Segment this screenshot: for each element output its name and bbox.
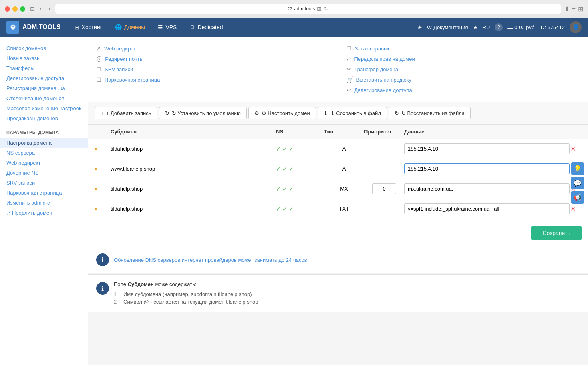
set-default-button[interactable]: ↻ ↻ Установить по умолчанию xyxy=(159,107,247,119)
row1-ns1-check: ✓ xyxy=(276,146,281,152)
help-title: Поле Субдомен може содержать: xyxy=(114,281,258,287)
sidebar-item-delegate[interactable]: Делегирование доступа xyxy=(0,73,88,83)
sidebar-item-web-redirect[interactable]: Web редирект xyxy=(0,158,88,168)
row3-drag-icon[interactable]: ▪ xyxy=(95,185,111,193)
close-button[interactable] xyxy=(5,6,10,12)
floating-idea-button[interactable]: 💡 xyxy=(571,162,584,175)
row2-ns1-check: ✓ xyxy=(276,166,281,172)
table-row: ▪ www.tildahelp.shop ✓ ✓ ✓ A — ✕ xyxy=(88,159,588,179)
row2-data-input[interactable] xyxy=(404,163,570,174)
row1-priority: — xyxy=(364,146,404,152)
logo[interactable]: ⚙ ADM.TOOLS xyxy=(6,21,61,34)
nav-item-vps[interactable]: ☰ VPS xyxy=(152,18,182,37)
col-data: Данные xyxy=(404,129,570,135)
wiki-link[interactable]: W Документация xyxy=(427,24,468,30)
row1-ns2-check: ✓ xyxy=(282,146,287,152)
link-mail-redirect[interactable]: @ Редирект почты xyxy=(96,54,330,64)
sidebar-item-child-ns[interactable]: Дочерние NS xyxy=(0,168,88,178)
row1-data-input[interactable] xyxy=(404,143,570,154)
sidebar-item-parking[interactable]: Парковочная страница xyxy=(0,188,88,198)
nav-item-hosting[interactable]: ⊞ Хостинг xyxy=(69,18,108,37)
list-item: 2 Символ @ - ссылается на текущий домен … xyxy=(114,298,258,306)
address-bar[interactable]: 🛡 adm.tools ⊞ ↻ xyxy=(55,4,561,14)
row4-delete-button[interactable]: ✕ xyxy=(570,204,576,213)
sidebar-toggle-icon[interactable]: ⊟ xyxy=(30,6,35,12)
help-list: 1 Имя субдомена (например, subdomain.til… xyxy=(114,290,258,306)
row1-type: A xyxy=(324,146,364,152)
floating-chat-button[interactable]: 💬 xyxy=(571,177,584,189)
sidebar-item-domain-settings[interactable]: Настройка домена xyxy=(0,138,88,148)
row3-priority xyxy=(364,183,404,194)
col-subdomain: Субдомен xyxy=(111,129,276,135)
user-id-label: ID: 675412 xyxy=(539,24,565,30)
row4-data-input[interactable] xyxy=(404,203,570,214)
maximize-button[interactable] xyxy=(20,6,25,12)
sidebar-item-track[interactable]: Отслеживание доменов xyxy=(0,93,88,103)
row4-drag-icon[interactable]: ▪ xyxy=(95,205,111,213)
link-delegate-access[interactable]: ↩ Делегирование доступа xyxy=(346,85,580,95)
link-parking[interactable]: ☐ Парковочная страница xyxy=(96,74,330,85)
save-button[interactable]: Сохранить xyxy=(531,226,582,240)
link-cert-order[interactable]: ☐ Заказ справки xyxy=(346,43,580,54)
help-button[interactable]: ? xyxy=(495,23,503,31)
wiki-label: Документация xyxy=(433,24,468,30)
balance-display[interactable]: ▬ 0.00 руб xyxy=(507,24,534,30)
sidebar-item-preorders[interactable]: Предзаказы доменов xyxy=(0,113,88,123)
link-transfer-rights[interactable]: ⇄ Передача прав на домен xyxy=(346,54,580,64)
tabs-icon[interactable]: ⊞ xyxy=(578,5,583,13)
link-srv[interactable]: ☐ SRV записи xyxy=(96,64,330,74)
table-row: ▪ tildahelp.shop ✓ ✓ ✓ TXT — ✕ xyxy=(88,199,588,219)
row1-delete-button[interactable]: ✕ xyxy=(570,144,576,153)
row2-drag-icon[interactable]: ▪ xyxy=(95,165,111,173)
row1-subdomain: tildahelp.shop xyxy=(111,146,276,152)
link-sell[interactable]: 🛒 Выставить на продажу xyxy=(346,74,580,85)
sidebar-item-ns-servers[interactable]: NS сервера xyxy=(0,148,88,158)
nav-item-dedicated[interactable]: 🖥 Dedicated xyxy=(184,18,228,37)
row3-data-input[interactable] xyxy=(404,183,570,194)
nav-item-domains[interactable]: 🌐 Домены xyxy=(109,18,151,37)
row2-data-cell xyxy=(404,163,570,174)
save-file-button[interactable]: ⬇ ⬇ Сохранить в файл xyxy=(318,107,387,119)
help-info-icon: ℹ xyxy=(96,282,109,295)
shield-icon: 🛡 xyxy=(287,6,292,12)
back-button[interactable]: ‹ xyxy=(38,4,43,13)
download-icon: ⬇ xyxy=(324,110,328,116)
sidebar-item-change-admin[interactable]: Изменить admin-c xyxy=(0,198,88,208)
restore-button[interactable]: ↻ ↻ Восстановить из файла xyxy=(389,107,471,119)
link-web-redirect[interactable]: ↗ Web редирект xyxy=(96,43,330,54)
lang-switcher[interactable]: RU xyxy=(483,24,490,30)
minimize-button[interactable] xyxy=(12,6,18,12)
nav-right: ☀ W Документация ★ RU ? ▬ 0.00 руб ID: 6… xyxy=(417,21,582,33)
sidebar-item-renew[interactable]: ↗ Продлить домен xyxy=(0,208,88,218)
new-tab-icon[interactable]: + xyxy=(572,5,576,13)
sidebar-item-mass-change[interactable]: Массовое изменение настроек xyxy=(0,103,88,113)
row1-ns-checks: ✓ ✓ ✓ xyxy=(276,146,324,152)
link-domain-transfer[interactable]: ✂ Трансфер домена xyxy=(346,64,580,74)
row3-priority-input[interactable] xyxy=(372,183,396,194)
sidebar-item-transfers[interactable]: Трансферы xyxy=(0,63,88,73)
floating-announce-button[interactable]: 📢 xyxy=(571,191,584,204)
add-record-button[interactable]: + + Добавить запись xyxy=(95,107,157,119)
row4-data-cell xyxy=(404,203,570,214)
share-icon[interactable]: ⬆ xyxy=(564,5,570,13)
row2-ns-checks: ✓ ✓ ✓ xyxy=(276,166,324,172)
favorites-button[interactable]: ★ xyxy=(473,24,478,30)
table-row: ▪ tildahelp.shop ✓ ✓ ✓ A — ✕ xyxy=(88,139,588,159)
light-toggle[interactable]: ☀ xyxy=(417,24,422,30)
refresh-icon[interactable]: ↻ xyxy=(324,6,329,12)
translate-icon[interactable]: ⊞ xyxy=(317,6,322,12)
sidebar-item-list[interactable]: Список доменов xyxy=(0,43,88,53)
avatar[interactable]: 👤 xyxy=(570,21,582,33)
configure-domain-button[interactable]: ⚙ ⚙ Настроить домен xyxy=(248,107,316,119)
cert-icon: ☐ xyxy=(346,45,352,52)
row2-ns2-check: ✓ xyxy=(282,166,287,172)
help-icon: ? xyxy=(495,23,503,31)
sidebar-item-register-ua[interactable]: Регистрация домена .ua xyxy=(0,83,88,93)
row1-drag-icon[interactable]: ▪ xyxy=(95,145,111,153)
sell-icon: 🛒 xyxy=(346,76,353,83)
gear-icon: ⚙ xyxy=(254,110,259,116)
add-icon: + xyxy=(101,110,104,116)
forward-button[interactable]: › xyxy=(46,4,52,13)
sidebar-item-new-orders[interactable]: Новые заказы xyxy=(0,53,88,63)
sidebar-item-srv-records[interactable]: SRV записи xyxy=(0,178,88,188)
